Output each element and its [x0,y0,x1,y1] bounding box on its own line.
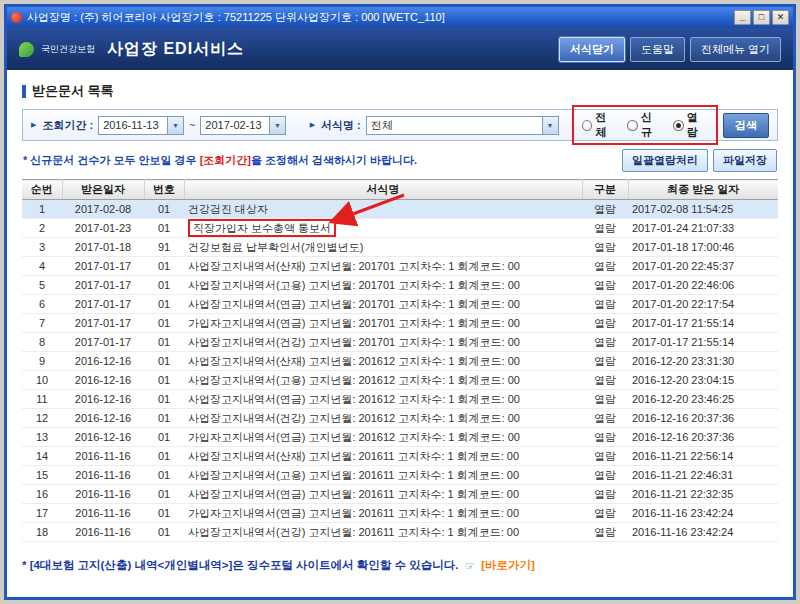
table-row[interactable]: 12017-02-0801건강검진 대상자열람2017-02-08 11:54:… [22,200,778,219]
pointing-hand-icon: ☞ [464,559,475,573]
doc-number: 01 [144,371,184,390]
row-number: 6 [22,295,62,314]
date-from-value: 2016-11-13 [103,119,158,131]
form-name: 사업장고지내역서(연금) 고지년월: 201612 고지차수: 1 회계코드: … [184,390,582,409]
row-number: 15 [22,466,62,485]
last-read-date: 2016-12-16 20:37:36 [628,428,778,447]
table-row[interactable]: 62017-01-1701사업장고지내역서(연금) 고지년월: 201701 고… [22,295,778,314]
status-badge: 열람 [582,295,628,314]
last-read-date: 2017-02-08 11:54:25 [628,200,778,219]
footer-text: * [4대보험 고지(산출) 내역<개인별내역>]은 징수포털 사이트에서 확인… [22,558,458,573]
close-button[interactable]: ✕ [772,10,789,25]
form-name-value: 전체 [371,118,393,133]
status-badge: 열람 [582,485,628,504]
help-button[interactable]: 도움말 [630,37,685,62]
radio-read[interactable]: 열람 [673,110,708,140]
doc-number: 01 [144,276,184,295]
table-row[interactable]: 182016-11-1601사업장고지내역서(건강) 고지년월: 201611 … [22,523,778,542]
status-badge: 열람 [582,428,628,447]
doc-number: 01 [144,390,184,409]
minimize-button[interactable]: _ [734,10,751,25]
date-separator: ~ [189,119,195,131]
column-header-received-date: 받은일자 [62,180,144,200]
doc-number: 01 [144,333,184,352]
last-read-date: 2017-01-17 21:55:14 [628,333,778,352]
status-badge: 열람 [582,200,628,219]
search-button[interactable]: 검색 [723,113,769,138]
received-date: 2016-11-16 [62,447,144,466]
table-row[interactable]: 82017-01-1701사업장고지내역서(건강) 고지년월: 201701 고… [22,333,778,352]
received-date: 2017-01-18 [62,238,144,257]
form-name: 건강검진 대상자 [184,200,582,219]
last-read-date: 2016-12-20 23:04:15 [628,371,778,390]
status-badge: 열람 [582,314,628,333]
doc-number: 91 [144,238,184,257]
table-row[interactable]: 162016-11-1601사업장고지내역서(연금) 고지년월: 201611 … [22,485,778,504]
table-row[interactable]: 102016-12-1601사업장고지내역서(고용) 고지년월: 201612 … [22,371,778,390]
row-number: 10 [22,371,62,390]
nhis-logo-icon [19,42,34,57]
status-badge: 열람 [582,219,628,238]
radio-new[interactable]: 신규 [627,110,662,140]
table-row[interactable]: 32017-01-1891건강보험료 납부확인서(개인별년도)열람2017-01… [22,238,778,257]
status-badge: 열람 [582,238,628,257]
column-header-form-name: 서식명 [184,180,582,200]
received-date: 2016-12-16 [62,352,144,371]
last-read-date: 2017-01-24 21:07:33 [628,219,778,238]
row-number: 5 [22,276,62,295]
doc-number: 01 [144,200,184,219]
doc-number: 01 [144,523,184,542]
table-row[interactable]: 42017-01-1701사업장고지내역서(산재) 고지년월: 201701 고… [22,257,778,276]
app-icon [11,12,22,23]
table-row[interactable]: 52017-01-1701사업장고지내역서(고용) 고지년월: 201701 고… [22,276,778,295]
table-row[interactable]: 92016-12-1601사업장고지내역서(산재) 고지년월: 201612 고… [22,352,778,371]
section-title: 받은문서 목록 [22,82,778,100]
date-to-select[interactable]: 2017-02-13 ▼ [200,116,286,135]
last-read-date: 2017-01-20 22:46:06 [628,276,778,295]
row-number: 12 [22,409,62,428]
notice-prefix: * 신규문서 건수가 모두 안보일 경우 [23,154,200,166]
table-row[interactable]: 172016-11-1601가입자고지내역서(연금) 고지년월: 201611 … [22,504,778,523]
maximize-button[interactable]: □ [753,10,770,25]
form-name: 사업장고지내역서(산재) 고지년월: 201612 고지차수: 1 회계코드: … [184,352,582,371]
row-number: 16 [22,485,62,504]
full-menu-button[interactable]: 전체메뉴 열기 [690,37,781,62]
notice-highlight: [조회기간] [200,154,251,166]
row-number: 18 [22,523,62,542]
table-row[interactable]: 22017-01-2301직장가입자 보수총액 통보서열람2017-01-24 … [22,219,778,238]
save-file-button[interactable]: 파일저장 [713,149,777,172]
batch-read-button[interactable]: 일괄열람처리 [622,149,708,172]
last-read-date: 2017-01-20 22:45:37 [628,257,778,276]
table-row[interactable]: 122016-12-1601사업장고지내역서(건강) 고지년월: 201612 … [22,409,778,428]
radio-all[interactable]: 전체 [582,110,617,140]
form-name: 가입자고지내역서(연금) 고지년월: 201611 고지차수: 1 회계코드: … [184,504,582,523]
table-row[interactable]: 152016-11-1601사업장고지내역서(고용) 고지년월: 201611 … [22,466,778,485]
close-form-button[interactable]: 서식닫기 [559,37,625,62]
table-row[interactable]: 112016-12-1601사업장고지내역서(연금) 고지년월: 201612 … [22,390,778,409]
go-to-link[interactable]: [바로가기] [481,558,535,573]
date-from-select[interactable]: 2016-11-13 ▼ [98,116,184,135]
received-date: 2017-01-17 [62,314,144,333]
received-date: 2017-01-17 [62,276,144,295]
table-row[interactable]: 142016-11-1601사업장고지내역서(산재) 고지년월: 201611 … [22,447,778,466]
status-badge: 열람 [582,409,628,428]
row-number: 8 [22,333,62,352]
last-read-date: 2017-01-17 21:55:14 [628,314,778,333]
table-row[interactable]: 72017-01-1701가입자고지내역서(연금) 고지년월: 201701 고… [22,314,778,333]
brand: 국민건강보험 사업장 EDI서비스 [19,39,244,60]
form-name: 사업장고지내역서(고용) 고지년월: 201611 고지차수: 1 회계코드: … [184,466,582,485]
received-date: 2017-01-17 [62,295,144,314]
doc-number: 01 [144,352,184,371]
last-read-date: 2016-12-16 20:37:36 [628,409,778,428]
status-badge: 열람 [582,447,628,466]
form-name-label: 서식명 : [321,118,361,133]
footer-note: * [4대보험 고지(산출) 내역<개인별내역>]은 징수포털 사이트에서 확인… [22,558,778,573]
table-row[interactable]: 132016-12-1601가입자고지내역서(연금) 고지년월: 201612 … [22,428,778,447]
status-badge: 열람 [582,276,628,295]
column-header-number: 번호 [144,180,184,200]
form-name-select[interactable]: 전체 ▼ [366,116,559,135]
row-number: 11 [22,390,62,409]
row-number: 13 [22,428,62,447]
document-table: 순번 받은일자 번호 서식명 구분 최종 받은 일자 12017-02-0801… [22,179,778,542]
last-read-date: 2016-11-21 22:56:14 [628,447,778,466]
